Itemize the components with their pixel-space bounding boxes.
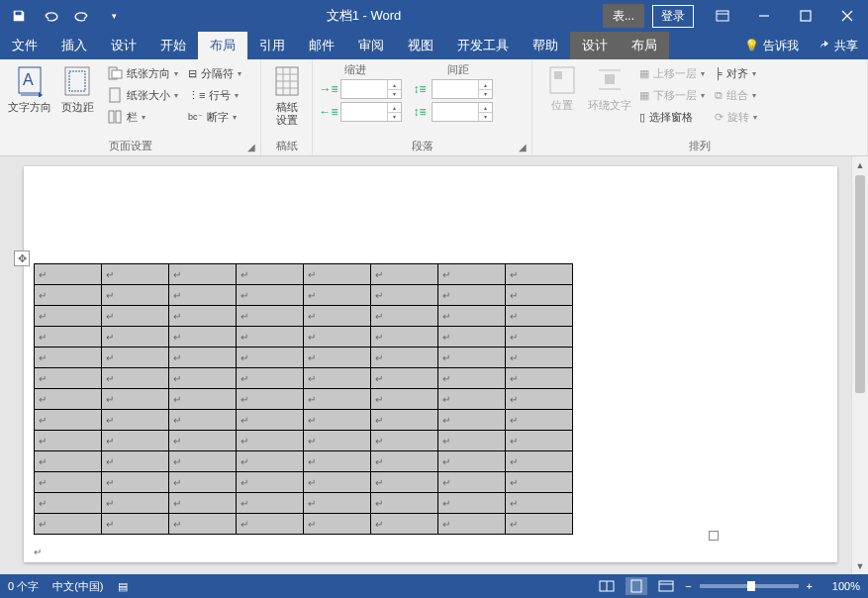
table-cell[interactable]: ↵ (304, 410, 371, 431)
table-cell[interactable]: ↵ (169, 451, 237, 472)
table-cell[interactable]: ↵ (304, 493, 371, 514)
table-cell[interactable]: ↵ (506, 431, 573, 451)
table-cell[interactable]: ↵ (237, 451, 304, 472)
login-button[interactable]: 登录 (652, 5, 694, 28)
table-cell[interactable]: ↵ (35, 431, 102, 451)
tab-table-layout[interactable]: 布局 (620, 32, 669, 59)
table-cell[interactable]: ↵ (438, 285, 506, 306)
table-cell[interactable]: ↵ (35, 451, 102, 472)
table-cell[interactable]: ↵ (304, 306, 371, 327)
draft-paper-button[interactable]: 稿纸 设置 (267, 62, 306, 127)
table-cell[interactable]: ↵ (102, 327, 169, 348)
web-layout-button[interactable] (655, 577, 677, 595)
read-mode-button[interactable] (596, 577, 618, 595)
table-cell[interactable]: ↵ (506, 472, 573, 493)
tab-insert[interactable]: 插入 (49, 32, 99, 59)
breaks-button[interactable]: ⊟分隔符▾ (186, 62, 243, 84)
table-cell[interactable]: ↵ (438, 451, 506, 472)
table-cell[interactable]: ↵ (102, 264, 169, 285)
table-cell[interactable]: ↵ (304, 285, 371, 306)
indent-right-input[interactable]: ▴▾ (340, 102, 402, 122)
table-cell[interactable]: ↵ (102, 348, 169, 368)
document-scroll[interactable]: ✥ ↵↵↵↵↵↵↵↵↵↵↵↵↵↵↵↵↵↵↵↵↵↵↵↵↵↵↵↵↵↵↵↵↵↵↵↵↵↵… (0, 156, 851, 574)
table-cell[interactable]: ↵ (506, 451, 573, 472)
table-cell[interactable]: ↵ (304, 431, 371, 451)
zoom-slider[interactable] (700, 584, 799, 588)
tell-me-button[interactable]: 💡 告诉我 (744, 38, 799, 54)
zoom-in-button[interactable]: + (807, 580, 813, 592)
table-cell[interactable]: ↵ (169, 431, 237, 451)
table-cell[interactable]: ↵ (169, 410, 237, 431)
table-cell[interactable]: ↵ (102, 410, 169, 431)
table-cell[interactable]: ↵ (304, 451, 371, 472)
table-cell[interactable]: ↵ (169, 264, 237, 285)
table-cell[interactable]: ↵ (371, 514, 438, 535)
table-cell[interactable]: ↵ (506, 493, 573, 514)
table-cell[interactable]: ↵ (506, 285, 573, 306)
zoom-level[interactable]: 100% (820, 580, 860, 592)
table-cell[interactable]: ↵ (102, 306, 169, 327)
table-cell[interactable]: ↵ (304, 368, 371, 389)
table-cell[interactable]: ↵ (506, 410, 573, 431)
table-cell[interactable]: ↵ (169, 285, 237, 306)
table-cell[interactable]: ↵ (237, 285, 304, 306)
table-cell[interactable]: ↵ (35, 514, 102, 535)
table-cell[interactable]: ↵ (169, 327, 237, 348)
table-cell[interactable]: ↵ (237, 264, 304, 285)
table-cell[interactable]: ↵ (237, 493, 304, 514)
space-before-input[interactable]: ▴▾ (432, 79, 493, 99)
table-cell[interactable]: ↵ (438, 327, 506, 348)
table-cell[interactable]: ↵ (371, 327, 438, 348)
table-cell[interactable]: ↵ (237, 327, 304, 348)
table-cell[interactable]: ↵ (35, 348, 102, 368)
table-cell[interactable]: ↵ (371, 389, 438, 410)
scroll-down-button[interactable]: ▼ (852, 557, 868, 574)
table-cell[interactable]: ↵ (506, 264, 573, 285)
table-cell[interactable]: ↵ (102, 368, 169, 389)
table-cell[interactable]: ↵ (506, 327, 573, 348)
table-cell[interactable]: ↵ (304, 348, 371, 368)
table-cell[interactable]: ↵ (102, 451, 169, 472)
columns-button[interactable]: 栏▾ (105, 106, 180, 128)
tab-design[interactable]: 设计 (99, 32, 148, 59)
tab-help[interactable]: 帮助 (521, 32, 570, 59)
table-cell[interactable]: ↵ (506, 348, 573, 368)
table-cell[interactable]: ↵ (371, 306, 438, 327)
tab-home[interactable]: 开始 (148, 32, 198, 59)
table-cell[interactable]: ↵ (169, 306, 237, 327)
share-button[interactable]: 共享 (819, 38, 858, 54)
table-cell[interactable]: ↵ (506, 514, 573, 535)
table-cell[interactable]: ↵ (237, 410, 304, 431)
table-cell[interactable]: ↵ (237, 514, 304, 535)
table-cell[interactable]: ↵ (169, 472, 237, 493)
table-cell[interactable]: ↵ (35, 472, 102, 493)
table-cell[interactable]: ↵ (169, 368, 237, 389)
table-cell[interactable]: ↵ (371, 451, 438, 472)
size-button[interactable]: 纸张大小▾ (105, 84, 180, 106)
maximize-button[interactable] (785, 0, 826, 32)
table-cell[interactable]: ↵ (438, 493, 506, 514)
ribbon-display-options[interactable] (702, 0, 743, 32)
table-cell[interactable]: ↵ (35, 493, 102, 514)
table-cell[interactable]: ↵ (438, 348, 506, 368)
table-cell[interactable]: ↵ (438, 368, 506, 389)
table-cell[interactable]: ↵ (169, 493, 237, 514)
language-status[interactable]: 中文(中国) (52, 579, 103, 594)
table-cell[interactable]: ↵ (35, 264, 102, 285)
minimize-button[interactable] (743, 0, 785, 32)
tab-mailings[interactable]: 邮件 (297, 32, 346, 59)
document-table[interactable]: ↵↵↵↵↵↵↵↵↵↵↵↵↵↵↵↵↵↵↵↵↵↵↵↵↵↵↵↵↵↵↵↵↵↵↵↵↵↵↵↵… (34, 263, 573, 535)
table-cell[interactable]: ↵ (102, 431, 169, 451)
table-cell[interactable]: ↵ (35, 389, 102, 410)
table-move-handle[interactable]: ✥ (14, 250, 30, 266)
scroll-thumb[interactable] (855, 175, 865, 393)
word-count[interactable]: 0 个字 (8, 579, 39, 594)
table-cell[interactable]: ↵ (35, 306, 102, 327)
table-cell[interactable]: ↵ (237, 431, 304, 451)
table-cell[interactable]: ↵ (506, 368, 573, 389)
table-cell[interactable]: ↵ (438, 472, 506, 493)
table-cell[interactable]: ↵ (304, 327, 371, 348)
space-after-input[interactable]: ▴▾ (432, 102, 493, 122)
table-cell[interactable]: ↵ (371, 431, 438, 451)
table-cell[interactable]: ↵ (237, 389, 304, 410)
